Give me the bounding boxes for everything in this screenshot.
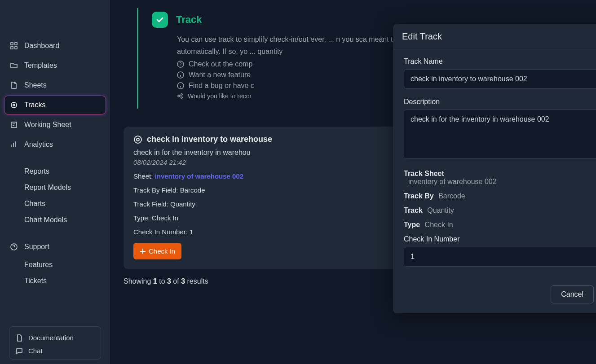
track-sheet-value: inventory of warehouse 002 [404,178,596,186]
target-icon [133,135,142,144]
main-content: Track You can use track to simplify chec… [110,0,596,364]
track-name-label: Track Name [404,57,596,66]
sidebar: Dashboard Templates Sheets [0,0,110,364]
track-name-input[interactable] [404,69,596,89]
sidebar-item-label: Sheets [24,81,47,89]
svg-point-12 [178,96,180,97]
sidebar-item-label: Templates [24,61,57,70]
results-text: results [187,277,208,285]
track-by-value: Barcode [438,192,465,200]
track-by-label: Track By [404,192,434,200]
sidebar-item-analytics[interactable]: Analytics [4,136,106,153]
modal-title: Edit Track [393,24,596,49]
svg-point-16 [137,138,139,141]
cancel-button[interactable]: Cancel [551,285,594,303]
card-row-value: 1 [190,228,193,236]
sidebar-footer-documentation[interactable]: Documentation [13,331,97,344]
svg-rect-0 [11,43,13,45]
checkin-number-label: Check In Number [404,235,596,243]
check-in-button[interactable]: Check In [133,243,181,259]
folder-icon [10,61,18,70]
dashboard-icon [10,42,18,50]
doc-icon [16,334,23,342]
card-sheet-link[interactable]: inventory of warehouse 002 [155,172,244,180]
svg-point-5 [13,104,15,106]
type-row: Type Check In [404,221,596,229]
chart-icon [10,140,18,149]
card-row-value: Check In [152,214,178,222]
sidebar-item-templates[interactable]: Templates [4,57,106,75]
track-sheet-row: Track Sheet inventory of warehouse 002 [404,170,596,186]
type-value: Check In [425,221,453,228]
sidebar-sub-report-models[interactable]: Report Models [4,180,106,196]
track-value: Quantity [427,206,454,214]
svg-rect-3 [15,47,17,49]
results-from: 1 [153,277,157,285]
sidebar-footer-label: Chat [28,347,43,355]
sidebar-item-sheets[interactable]: Sheets [4,76,106,94]
sidebar-item-label: Analytics [24,140,53,149]
sidebar-footer-label: Documentation [28,334,74,342]
svg-rect-6 [11,122,17,127]
sidebar-footer-chat[interactable]: Chat [13,344,97,357]
card-row-label: Check In Number: [133,228,188,236]
sidebar-item-tracks[interactable]: Tracks [4,96,106,114]
svg-point-4 [11,102,17,108]
sidebar-item-label: Support [24,243,49,251]
track-by-row: Track By Barcode [404,192,596,200]
info-icon [177,82,184,89]
sidebar-item-label: Dashboard [24,42,59,50]
sidebar-sub-tickets[interactable]: Tickets [4,273,106,289]
sidebar-sub-chart-models[interactable]: Chart Models [4,212,106,228]
svg-text:?: ? [179,62,182,67]
sidebar-item-label: Working Sheet [24,121,71,129]
svg-rect-1 [15,43,17,45]
check-icon [152,12,168,28]
target-icon [10,101,18,109]
description-textarea[interactable] [404,110,596,159]
sheet-icon [10,81,18,89]
sidebar-sub-reports[interactable]: Reports [4,163,106,180]
sidebar-item-dashboard[interactable]: Dashboard [4,37,106,55]
button-label: Check In [149,247,175,255]
chat-icon [16,347,23,355]
card-row-value: Quantity [170,200,195,208]
results-to: 3 [167,277,171,285]
card-row-value: Barcode [180,186,205,194]
plus-icon [140,248,146,254]
track-label: Track [404,206,423,214]
working-sheet-icon [10,121,18,129]
results-text: Showing [124,277,151,285]
track-row: Track Quantity [404,206,596,215]
intro-title: Track [176,14,202,26]
svg-point-15 [134,136,141,143]
type-label: Type [404,221,420,228]
description-label: Description [404,98,596,106]
intro-link-label: Find a bug or have c [189,82,254,90]
sidebar-item-support[interactable]: Support [4,238,106,256]
track-sheet-label: Track Sheet [404,170,596,178]
svg-point-13 [181,94,183,96]
intro-link-label: Want a new feature [189,71,251,79]
svg-rect-2 [11,47,13,49]
edit-track-modal: Edit Track Track Name Description Track … [393,24,596,313]
intro-link-label: Check out the comp [189,60,252,68]
card-row-label: Type: [133,214,150,222]
sidebar-sub-charts[interactable]: Charts [4,196,106,212]
help-circle-icon: ? [177,61,184,68]
card-row-label: Track Field: [133,200,168,208]
info-icon [177,71,184,79]
intro-link-label: Would you like to recor [188,92,252,100]
sidebar-footer: Documentation Chat [9,326,101,360]
help-icon [10,243,18,251]
results-total: 3 [181,277,185,285]
checkin-number-input[interactable] [404,247,596,267]
results-text: of [173,277,179,285]
results-text: to [159,277,165,285]
card-title: check in inventory to warehouse [147,135,272,144]
svg-point-14 [181,97,183,99]
sidebar-sub-features[interactable]: Features [4,257,106,273]
sidebar-item-working-sheet[interactable]: Working Sheet [4,116,106,134]
sidebar-item-label: Tracks [24,101,45,109]
card-row-label: Sheet: [133,172,153,180]
